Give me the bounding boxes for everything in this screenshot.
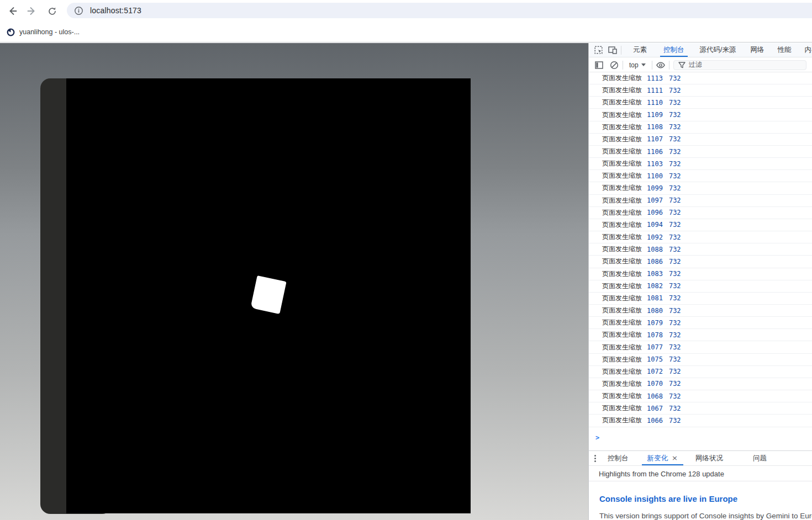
console-value-width: 1108 — [647, 123, 663, 131]
console-row[interactable]: 页面发生缩放 1079 732 — [589, 317, 812, 329]
whats-new-article-body: This version brings support of Console i… — [599, 512, 812, 520]
drawer-tab-console[interactable]: 控制台 — [601, 451, 635, 465]
close-icon[interactable]: × — [672, 451, 678, 465]
whats-new-article-title[interactable]: Console insights are live in Europe — [599, 494, 737, 503]
console-value-height: 732 — [669, 343, 681, 351]
console-value-height: 732 — [669, 246, 681, 253]
console-row[interactable]: 页面发生缩放 1082 732 — [589, 280, 812, 293]
drawer-tab-issues[interactable]: 问题 — [746, 451, 773, 465]
console-row[interactable]: 页面发生缩放 1067 732 — [589, 402, 812, 415]
console-message-text: 页面发生缩放 — [602, 183, 642, 193]
console-message-text: 页面发生缩放 — [602, 159, 642, 168]
console-message-text: 页面发生缩放 — [602, 232, 642, 242]
console-row[interactable]: 页面发生缩放 1088 732 — [589, 243, 812, 256]
console-value-width: 1083 — [647, 270, 663, 278]
console-row[interactable]: 页面发生缩放 1103 732 — [589, 158, 812, 170]
live-expression-eye-icon[interactable] — [656, 61, 665, 70]
devtools-drawer: 控制台 新变化 × 网络状况 问题 Highlights from the Ch… — [589, 450, 812, 520]
console-message-text: 页面发生缩放 — [602, 147, 642, 156]
console-row[interactable]: 页面发生缩放 1097 732 — [589, 195, 812, 207]
console-message-text: 页面发生缩放 — [602, 379, 642, 389]
console-row[interactable]: 页面发生缩放 1080 732 — [589, 305, 812, 317]
drawer-menu-icon[interactable] — [594, 455, 596, 462]
console-row[interactable]: 页面发生缩放 1106 732 — [589, 146, 812, 158]
console-row[interactable]: 页面发生缩放 1111 732 — [589, 84, 812, 97]
forward-arrow-icon — [27, 6, 37, 16]
console-row[interactable]: 页面发生缩放 1081 732 — [589, 293, 812, 305]
console-row[interactable]: 页面发生缩放 1100 732 — [589, 170, 812, 182]
browser-chrome: localhost:5173 yuanlihong - ulos-... — [0, 0, 812, 43]
console-value-width: 1103 — [647, 160, 663, 168]
console-value-width: 1081 — [647, 294, 663, 302]
console-row[interactable]: 页面发生缩放 1066 732 — [589, 415, 812, 427]
forward-button[interactable] — [25, 4, 39, 18]
console-message-text: 页面发生缩放 — [602, 269, 642, 279]
console-row[interactable]: 页面发生缩放 1077 732 — [589, 341, 812, 353]
console-row[interactable]: 页面发生缩放 1107 732 — [589, 134, 812, 146]
tab-memory[interactable]: 内存 — [799, 43, 812, 57]
whats-new-header-row[interactable]: Highlights from the Chrome 128 update — [589, 466, 812, 481]
console-message-text: 页面发生缩放 — [602, 110, 642, 120]
console-value-width: 1067 — [647, 405, 663, 412]
clear-console-icon[interactable] — [610, 61, 619, 70]
back-button[interactable] — [5, 4, 19, 18]
console-message-text: 页面发生缩放 — [602, 282, 642, 291]
console-row[interactable]: 页面发生缩放 1086 732 — [589, 256, 812, 268]
drawer-tab-label: 新变化 — [647, 451, 668, 465]
context-label: top — [629, 61, 639, 69]
console-value-height: 732 — [669, 75, 681, 82]
console-row[interactable]: 页面发生缩放 1096 732 — [589, 207, 812, 219]
console-value-height: 732 — [669, 307, 681, 315]
page-info-icon[interactable] — [74, 6, 83, 15]
address-bar[interactable]: localhost:5173 — [67, 3, 812, 18]
console-message-text: 页面发生缩放 — [602, 196, 642, 205]
console-value-height: 732 — [669, 172, 681, 180]
tab-sources[interactable]: 源代码/来源 — [694, 43, 742, 57]
console-row[interactable]: 页面发生缩放 1078 732 — [589, 329, 812, 341]
console-sidebar-icon[interactable] — [594, 61, 603, 70]
url-text[interactable]: localhost:5173 — [90, 6, 141, 15]
console-row[interactable]: 页面发生缩放 1109 732 — [589, 109, 812, 121]
drawer-tabbar: 控制台 新变化 × 网络状况 问题 — [589, 451, 812, 466]
console-value-height: 732 — [669, 392, 681, 400]
reload-button[interactable] — [45, 4, 59, 18]
console-message-text: 页面发生缩放 — [602, 135, 642, 144]
drawer-tab-whats-new[interactable]: 新变化 × — [641, 451, 684, 465]
console-row[interactable]: 页面发生缩放 1094 732 — [589, 219, 812, 231]
divider — [621, 46, 621, 55]
console-row[interactable]: 页面发生缩放 1068 732 — [589, 390, 812, 402]
game-canvas[interactable] — [66, 78, 471, 513]
console-row[interactable]: 页面发生缩放 1099 732 — [589, 182, 812, 194]
prompt-chevron-icon: > — [595, 434, 599, 442]
console-value-width: 1113 — [647, 75, 663, 82]
console-message-text: 页面发生缩放 — [602, 367, 642, 376]
console-row[interactable]: 页面发生缩放 1083 732 — [589, 268, 812, 280]
console-row[interactable]: 页面发生缩放 1092 732 — [589, 231, 812, 243]
inspect-element-icon[interactable] — [594, 46, 603, 55]
console-row[interactable]: 页面发生缩放 1075 732 — [589, 354, 812, 366]
tab-performance[interactable]: 性能 — [772, 43, 797, 57]
bookmark-item[interactable]: yuanlihong - ulos-... — [7, 28, 80, 36]
console-row[interactable]: 页面发生缩放 1070 732 — [589, 378, 812, 390]
drawer-tab-network-conditions[interactable]: 网络状况 — [689, 451, 730, 465]
console-value-width: 1066 — [647, 417, 663, 425]
tab-network[interactable]: 网络 — [745, 43, 769, 57]
reload-icon — [48, 7, 57, 16]
console-row[interactable]: 页面发生缩放 1108 732 — [589, 121, 812, 134]
console-row[interactable]: 页面发生缩放 1072 732 — [589, 366, 812, 378]
tab-console[interactable]: 控制台 — [658, 43, 690, 57]
console-value-width: 1068 — [647, 392, 663, 400]
tab-elements[interactable]: 元素 — [628, 43, 652, 57]
bookmark-label: yuanlihong - ulos-... — [19, 28, 80, 36]
console-value-width: 1078 — [647, 331, 663, 339]
console-row[interactable]: 页面发生缩放 1110 732 — [589, 97, 812, 109]
console-prompt[interactable]: > — [589, 431, 812, 445]
console-value-height: 732 — [669, 123, 681, 131]
context-selector[interactable]: top — [627, 61, 648, 69]
device-toolbar-icon[interactable] — [608, 46, 617, 55]
console-message-text: 页面发生缩放 — [602, 416, 642, 425]
console-row[interactable]: 页面发生缩放 1113 732 — [589, 72, 812, 84]
console-message-text: 页面发生缩放 — [602, 220, 642, 230]
console-filter-input[interactable]: 过滤 — [673, 60, 806, 70]
site-favicon — [7, 28, 15, 36]
